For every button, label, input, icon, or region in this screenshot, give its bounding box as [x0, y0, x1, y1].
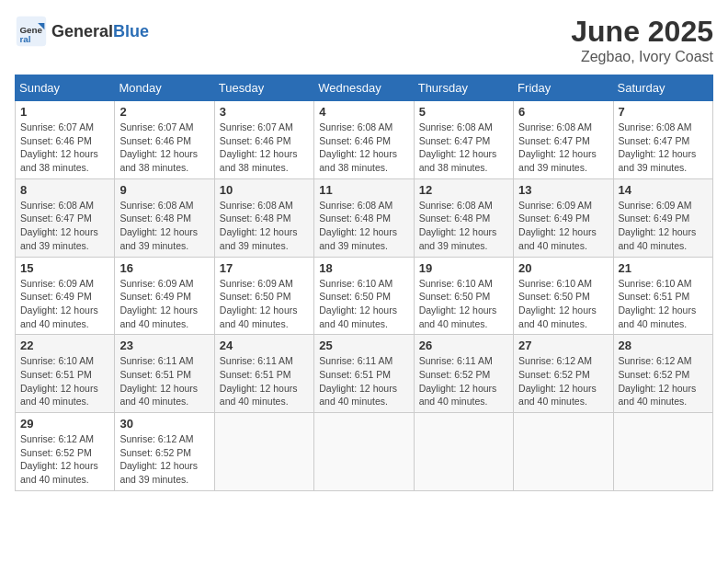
calendar-cell-14: 14Sunrise: 6:09 AM Sunset: 6:49 PM Dayli…	[613, 178, 712, 257]
calendar-cell-7: 7Sunrise: 6:08 AM Sunset: 6:47 PM Daylig…	[613, 101, 712, 179]
logo: Gene ral GeneralBlue	[15, 15, 149, 48]
calendar-subtitle: Zegbao, Ivory Coast	[571, 49, 713, 65]
day-number: 22	[20, 339, 109, 352]
calendar-cell-11: 11Sunrise: 6:08 AM Sunset: 6:48 PM Dayli…	[314, 178, 414, 257]
calendar-cell-empty	[314, 413, 414, 491]
day-info: Sunrise: 6:09 AM Sunset: 6:49 PM Dayligh…	[619, 199, 708, 253]
day-number: 6	[518, 105, 608, 119]
day-number: 28	[619, 339, 708, 352]
calendar-cell-16: 16Sunrise: 6:09 AM Sunset: 6:49 PM Dayli…	[115, 257, 214, 335]
day-number: 9	[119, 183, 209, 197]
calendar-header-wednesday: Wednesday	[314, 75, 414, 101]
calendar-week-5: 29Sunrise: 6:12 AM Sunset: 6:52 PM Dayli…	[16, 413, 713, 491]
logo-icon: Gene ral	[15, 15, 48, 48]
day-info: Sunrise: 6:12 AM Sunset: 6:52 PM Dayligh…	[119, 432, 209, 487]
day-number: 17	[220, 261, 309, 275]
calendar-title: June 2025	[571, 15, 713, 49]
calendar-week-1: 1Sunrise: 6:07 AM Sunset: 6:46 PM Daylig…	[16, 101, 713, 179]
calendar-week-4: 22Sunrise: 6:10 AM Sunset: 6:51 PM Dayli…	[16, 335, 713, 413]
calendar-cell-15: 15Sunrise: 6:09 AM Sunset: 6:49 PM Dayli…	[16, 257, 115, 335]
day-info: Sunrise: 6:08 AM Sunset: 6:48 PM Dayligh…	[220, 199, 309, 253]
day-info: Sunrise: 6:10 AM Sunset: 6:50 PM Dayligh…	[518, 277, 608, 331]
calendar-cell-8: 8Sunrise: 6:08 AM Sunset: 6:47 PM Daylig…	[16, 178, 115, 257]
day-info: Sunrise: 6:11 AM Sunset: 6:51 PM Dayligh…	[220, 354, 309, 408]
day-info: Sunrise: 6:11 AM Sunset: 6:51 PM Dayligh…	[319, 354, 408, 408]
calendar-cell-2: 2Sunrise: 6:07 AM Sunset: 6:46 PM Daylig…	[115, 101, 214, 179]
day-info: Sunrise: 6:10 AM Sunset: 6:50 PM Dayligh…	[319, 277, 408, 331]
calendar-cell-1: 1Sunrise: 6:07 AM Sunset: 6:46 PM Daylig…	[16, 101, 115, 179]
day-number: 30	[119, 417, 209, 431]
calendar-cell-5: 5Sunrise: 6:08 AM Sunset: 6:47 PM Daylig…	[414, 101, 513, 179]
calendar-cell-empty	[514, 413, 613, 491]
day-info: Sunrise: 6:09 AM Sunset: 6:49 PM Dayligh…	[20, 277, 109, 331]
day-info: Sunrise: 6:08 AM Sunset: 6:47 PM Dayligh…	[619, 121, 708, 175]
calendar-cell-29: 29Sunrise: 6:12 AM Sunset: 6:52 PM Dayli…	[16, 413, 115, 491]
day-info: Sunrise: 6:10 AM Sunset: 6:51 PM Dayligh…	[20, 354, 109, 408]
calendar-title-block: June 2025 Zegbao, Ivory Coast	[571, 15, 713, 65]
day-info: Sunrise: 6:11 AM Sunset: 6:51 PM Dayligh…	[119, 354, 209, 408]
day-number: 19	[419, 261, 508, 275]
day-number: 11	[319, 183, 408, 197]
calendar-cell-26: 26Sunrise: 6:11 AM Sunset: 6:52 PM Dayli…	[414, 335, 513, 413]
day-info: Sunrise: 6:07 AM Sunset: 6:46 PM Dayligh…	[119, 121, 209, 175]
day-info: Sunrise: 6:12 AM Sunset: 6:52 PM Dayligh…	[20, 432, 109, 487]
calendar-cell-21: 21Sunrise: 6:10 AM Sunset: 6:51 PM Dayli…	[613, 257, 712, 335]
calendar-cell-25: 25Sunrise: 6:11 AM Sunset: 6:51 PM Dayli…	[314, 335, 414, 413]
calendar-cell-22: 22Sunrise: 6:10 AM Sunset: 6:51 PM Dayli…	[16, 335, 115, 413]
day-info: Sunrise: 6:08 AM Sunset: 6:48 PM Dayligh…	[419, 199, 508, 253]
day-info: Sunrise: 6:08 AM Sunset: 6:48 PM Dayligh…	[119, 199, 209, 253]
calendar-cell-9: 9Sunrise: 6:08 AM Sunset: 6:48 PM Daylig…	[115, 178, 214, 257]
day-info: Sunrise: 6:09 AM Sunset: 6:49 PM Dayligh…	[119, 277, 209, 331]
day-number: 5	[419, 105, 508, 119]
day-number: 18	[319, 261, 408, 275]
calendar-cell-3: 3Sunrise: 6:07 AM Sunset: 6:46 PM Daylig…	[214, 101, 313, 179]
calendar-cell-empty	[414, 413, 513, 491]
calendar-cell-30: 30Sunrise: 6:12 AM Sunset: 6:52 PM Dayli…	[115, 413, 214, 491]
calendar-cell-23: 23Sunrise: 6:11 AM Sunset: 6:51 PM Dayli…	[115, 335, 214, 413]
day-number: 15	[20, 261, 109, 275]
day-number: 25	[319, 339, 408, 352]
day-info: Sunrise: 6:12 AM Sunset: 6:52 PM Dayligh…	[619, 354, 708, 408]
day-info: Sunrise: 6:12 AM Sunset: 6:52 PM Dayligh…	[518, 354, 608, 408]
calendar-cell-19: 19Sunrise: 6:10 AM Sunset: 6:50 PM Dayli…	[414, 257, 513, 335]
calendar-week-2: 8Sunrise: 6:08 AM Sunset: 6:47 PM Daylig…	[16, 178, 713, 257]
day-number: 12	[419, 183, 508, 197]
day-number: 4	[319, 105, 408, 119]
calendar-header-saturday: Saturday	[613, 75, 712, 101]
day-info: Sunrise: 6:10 AM Sunset: 6:51 PM Dayligh…	[619, 277, 708, 331]
day-number: 16	[119, 261, 209, 275]
day-info: Sunrise: 6:08 AM Sunset: 6:47 PM Dayligh…	[20, 199, 109, 253]
calendar-header-sunday: Sunday	[16, 75, 115, 101]
calendar-cell-28: 28Sunrise: 6:12 AM Sunset: 6:52 PM Dayli…	[613, 335, 712, 413]
day-number: 24	[220, 339, 309, 352]
calendar-cell-27: 27Sunrise: 6:12 AM Sunset: 6:52 PM Dayli…	[514, 335, 613, 413]
calendar-header-thursday: Thursday	[414, 75, 513, 101]
calendar-cell-20: 20Sunrise: 6:10 AM Sunset: 6:50 PM Dayli…	[514, 257, 613, 335]
day-info: Sunrise: 6:08 AM Sunset: 6:46 PM Dayligh…	[319, 121, 408, 175]
day-number: 29	[20, 417, 109, 431]
day-info: Sunrise: 6:07 AM Sunset: 6:46 PM Dayligh…	[20, 121, 109, 175]
day-number: 21	[619, 261, 708, 275]
day-info: Sunrise: 6:08 AM Sunset: 6:48 PM Dayligh…	[319, 199, 408, 253]
calendar-cell-empty	[214, 413, 313, 491]
day-info: Sunrise: 6:09 AM Sunset: 6:49 PM Dayligh…	[518, 199, 608, 253]
svg-text:ral: ral	[19, 34, 30, 44]
day-info: Sunrise: 6:08 AM Sunset: 6:47 PM Dayligh…	[518, 121, 608, 175]
calendar-cell-empty	[613, 413, 712, 491]
day-info: Sunrise: 6:11 AM Sunset: 6:52 PM Dayligh…	[419, 354, 508, 408]
page-header: Gene ral GeneralBlue June 2025 Zegbao, I…	[15, 15, 713, 65]
day-number: 2	[119, 105, 209, 119]
day-number: 14	[619, 183, 708, 197]
calendar-cell-18: 18Sunrise: 6:10 AM Sunset: 6:50 PM Dayli…	[314, 257, 414, 335]
day-number: 1	[20, 105, 109, 119]
logo-text-blue: Blue	[113, 22, 149, 40]
day-number: 20	[518, 261, 608, 275]
calendar-cell-24: 24Sunrise: 6:11 AM Sunset: 6:51 PM Dayli…	[214, 335, 313, 413]
day-number: 10	[220, 183, 309, 197]
calendar-header-monday: Monday	[115, 75, 214, 101]
calendar-cell-17: 17Sunrise: 6:09 AM Sunset: 6:50 PM Dayli…	[214, 257, 313, 335]
calendar-header-tuesday: Tuesday	[214, 75, 313, 101]
day-number: 23	[119, 339, 209, 352]
calendar-table: SundayMondayTuesdayWednesdayThursdayFrid…	[15, 75, 713, 491]
calendar-header-friday: Friday	[514, 75, 613, 101]
